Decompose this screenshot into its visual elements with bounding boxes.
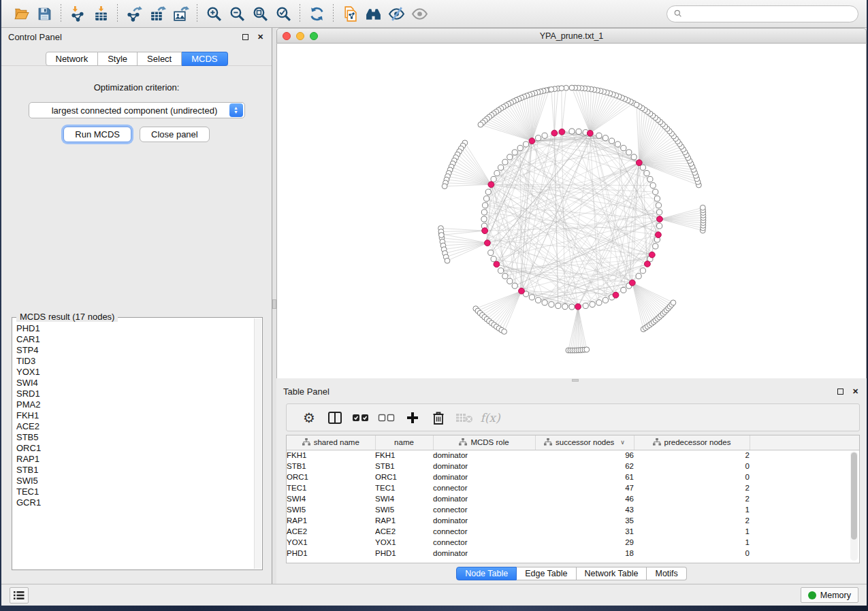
select-all-icon[interactable] xyxy=(348,408,374,428)
show-all-icon[interactable] xyxy=(408,3,431,24)
split-columns-icon[interactable] xyxy=(322,408,348,428)
ring-node[interactable] xyxy=(488,250,494,255)
mcds-node[interactable] xyxy=(649,252,655,258)
ring-node[interactable] xyxy=(656,203,661,208)
table-cell[interactable] xyxy=(750,548,859,559)
tab-mcds[interactable]: MCDS xyxy=(182,52,227,66)
table-cell[interactable]: 0 xyxy=(634,461,750,472)
ring-node[interactable] xyxy=(631,154,637,160)
ring-node[interactable] xyxy=(615,142,620,147)
ring-node[interactable] xyxy=(507,278,513,284)
table-scrollbar-thumb[interactable] xyxy=(851,452,857,540)
ring-node[interactable] xyxy=(657,210,662,215)
tab-edge-table[interactable]: Edge Table xyxy=(517,567,576,580)
table-cell[interactable]: PHD1 xyxy=(375,548,433,559)
table-cell[interactable] xyxy=(750,537,859,548)
task-history-button[interactable] xyxy=(10,587,29,604)
table-cell[interactable]: ORC1 xyxy=(287,472,375,482)
ring-node[interactable] xyxy=(512,283,517,288)
table-cell[interactable] xyxy=(750,482,859,493)
column-header-shared-name[interactable]: shared name xyxy=(287,435,375,450)
mcds-result-item[interactable]: STB5 xyxy=(16,432,254,443)
column-header-predecessor-nodes[interactable]: predecessor nodes xyxy=(634,435,750,450)
leaf-node[interactable] xyxy=(700,205,705,210)
mcds-result-item[interactable]: RAP1 xyxy=(16,454,254,465)
open-file-icon[interactable] xyxy=(10,3,33,24)
table-cell[interactable]: 2 xyxy=(634,482,750,493)
ring-node[interactable] xyxy=(653,189,658,195)
table-cell[interactable] xyxy=(750,472,859,482)
mcds-result-item[interactable]: PHD1 xyxy=(16,323,254,334)
table-row[interactable]: TEC1TEC1connector472 xyxy=(287,482,859,493)
mcds-result-item[interactable]: STP4 xyxy=(16,345,254,356)
ring-node[interactable] xyxy=(569,129,575,134)
mcds-node[interactable] xyxy=(657,216,663,222)
mcds-result-item[interactable]: SRD1 xyxy=(16,389,254,399)
table-cell[interactable]: 2 xyxy=(634,450,750,461)
refresh-icon[interactable] xyxy=(305,3,328,24)
table-cell[interactable]: dominator xyxy=(433,472,535,482)
column-header-successor-nodes[interactable]: successor nodes∨ xyxy=(535,435,634,450)
mcds-node[interactable] xyxy=(645,261,651,267)
export-image-icon[interactable] xyxy=(169,3,192,24)
table-cell[interactable]: ORC1 xyxy=(375,472,433,482)
table-row[interactable]: ORC1ORC1dominator610 xyxy=(287,472,859,482)
save-session-icon[interactable] xyxy=(33,3,56,24)
zoom-selected-icon[interactable] xyxy=(272,3,295,24)
table-cell[interactable]: SWI5 xyxy=(375,504,433,515)
close-panel-button[interactable]: Close panel xyxy=(140,127,210,142)
table-cell[interactable]: connector xyxy=(433,537,535,548)
close-panel-icon[interactable]: ✕ xyxy=(256,33,265,42)
table-row[interactable]: SWI5SWI5connector431 xyxy=(287,504,859,515)
mcds-result-item[interactable]: PMA2 xyxy=(16,399,254,410)
ring-node[interactable] xyxy=(609,138,615,144)
hide-selected-icon[interactable] xyxy=(385,3,408,24)
table-cell[interactable]: 18 xyxy=(535,548,634,559)
ring-node[interactable] xyxy=(536,297,541,303)
ring-node[interactable] xyxy=(640,165,645,170)
table-row[interactable]: FKH1FKH1dominator962 xyxy=(287,450,859,461)
ring-node[interactable] xyxy=(653,244,658,249)
table-cell[interactable]: 46 xyxy=(535,493,634,504)
export-network-icon[interactable] xyxy=(123,3,146,24)
table-cell[interactable]: SWI5 xyxy=(287,504,375,515)
table-cell[interactable] xyxy=(750,450,859,461)
table-cell[interactable]: 96 xyxy=(535,450,634,461)
mcds-result-item[interactable]: SWI5 xyxy=(16,476,254,486)
table-cell[interactable]: STB1 xyxy=(375,461,433,472)
mcds-node[interactable] xyxy=(656,232,662,238)
mcds-node[interactable] xyxy=(519,288,525,294)
column-header-name[interactable]: name xyxy=(375,435,433,450)
table-cell[interactable]: connector xyxy=(433,482,535,493)
ring-node[interactable] xyxy=(650,183,656,188)
ring-node[interactable] xyxy=(483,203,488,208)
ring-node[interactable] xyxy=(542,133,547,138)
ring-node[interactable] xyxy=(502,159,508,165)
table-cell[interactable]: 29 xyxy=(535,537,634,548)
close-table-panel-icon[interactable]: ✕ xyxy=(851,387,860,396)
tab-network[interactable]: Network xyxy=(46,52,99,66)
leaf-node[interactable] xyxy=(584,347,590,352)
ring-node[interactable] xyxy=(657,223,662,229)
mcds-node[interactable] xyxy=(488,182,494,188)
import-network-icon[interactable] xyxy=(66,3,89,24)
network-window-titlebar[interactable]: YPA_prune.txt_1 xyxy=(276,28,867,44)
table-cell[interactable]: RAP1 xyxy=(287,515,375,526)
copy-network-icon[interactable] xyxy=(338,3,361,24)
table-cell[interactable]: connector xyxy=(433,526,535,537)
table-cell[interactable] xyxy=(750,493,859,504)
ring-node[interactable] xyxy=(621,287,626,293)
ring-node[interactable] xyxy=(491,176,496,182)
mcds-node[interactable] xyxy=(575,303,581,310)
leaf-node[interactable] xyxy=(478,122,483,127)
leaf-node[interactable] xyxy=(634,102,639,108)
mcds-result-item[interactable]: CAR1 xyxy=(16,334,254,345)
table-cell[interactable]: 31 xyxy=(535,526,634,537)
mcds-result-item[interactable]: ORC1 xyxy=(16,443,254,454)
table-cell[interactable]: dominator xyxy=(433,461,535,472)
table-cell[interactable]: RAP1 xyxy=(375,515,433,526)
mcds-node[interactable] xyxy=(559,129,565,135)
table-cell[interactable]: 1 xyxy=(634,526,750,537)
ring-node[interactable] xyxy=(481,216,487,222)
horizontal-splitter[interactable] xyxy=(276,378,867,382)
